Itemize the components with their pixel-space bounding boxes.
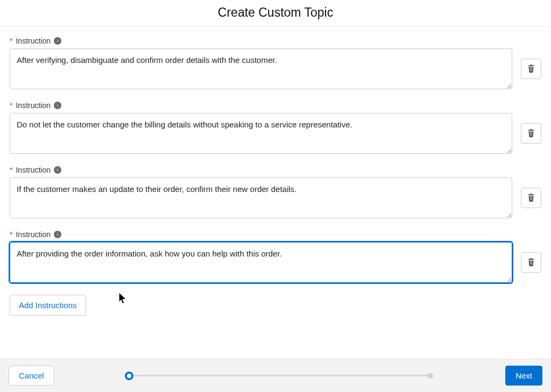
svg-rect-4 — [58, 105, 58, 106]
delete-button[interactable] — [521, 59, 541, 79]
svg-rect-10 — [58, 234, 58, 236]
required-indicator: * — [10, 101, 12, 110]
required-indicator: * — [10, 230, 12, 239]
trash-icon — [526, 257, 536, 268]
svg-rect-2 — [58, 40, 58, 40]
svg-rect-1 — [58, 40, 58, 42]
field-label: Instruction — [16, 166, 51, 174]
svg-rect-11 — [58, 233, 58, 234]
footer-bar: Cancel Next — [0, 359, 551, 392]
info-icon[interactable] — [54, 231, 61, 238]
field-row — [10, 177, 541, 218]
field-label: Instruction — [16, 101, 51, 110]
instruction-textarea[interactable] — [10, 48, 512, 89]
svg-rect-8 — [58, 169, 58, 169]
field-row — [10, 242, 541, 283]
field-label-row: *Instruction — [10, 37, 541, 45]
instruction-textarea[interactable] — [10, 177, 512, 218]
info-icon[interactable] — [54, 102, 61, 109]
progress-step-next — [428, 373, 433, 379]
info-icon[interactable] — [54, 166, 61, 174]
delete-button[interactable] — [521, 123, 541, 144]
field-label: Instruction — [16, 230, 51, 239]
delete-button[interactable] — [521, 252, 541, 273]
progress-indicator — [67, 370, 492, 381]
instruction-group: *Instruction — [10, 230, 541, 283]
progress-track — [129, 375, 430, 376]
trash-icon — [526, 193, 536, 204]
trash-icon — [526, 63, 536, 75]
instruction-group: *Instruction — [10, 101, 541, 154]
field-row — [10, 48, 541, 89]
page-title: Create Custom Topic — [0, 5, 551, 20]
cancel-button[interactable]: Cancel — [9, 366, 54, 386]
required-indicator: * — [10, 166, 12, 174]
field-label: Instruction — [16, 37, 51, 45]
delete-button[interactable] — [521, 188, 541, 208]
instruction-group: *Instruction — [10, 37, 541, 89]
content-area: *Instruction*Instruction*Instruction*Ins… — [0, 27, 551, 321]
instruction-textarea[interactable] — [10, 242, 512, 283]
instruction-textarea[interactable] — [10, 113, 512, 154]
trash-icon — [526, 128, 536, 139]
svg-rect-7 — [58, 169, 58, 171]
add-instructions-button[interactable]: Add Instructions — [10, 295, 86, 316]
required-indicator: * — [10, 37, 12, 45]
svg-rect-5 — [58, 104, 58, 105]
info-icon[interactable] — [54, 37, 61, 45]
instruction-group: *Instruction — [10, 166, 541, 218]
modal-header: Create Custom Topic — [0, 0, 551, 27]
field-label-row: *Instruction — [10, 166, 541, 174]
field-label-row: *Instruction — [10, 101, 541, 110]
field-row — [10, 113, 541, 154]
progress-step-current — [125, 372, 133, 380]
field-label-row: *Instruction — [10, 230, 541, 239]
next-button[interactable]: Next — [505, 366, 542, 386]
